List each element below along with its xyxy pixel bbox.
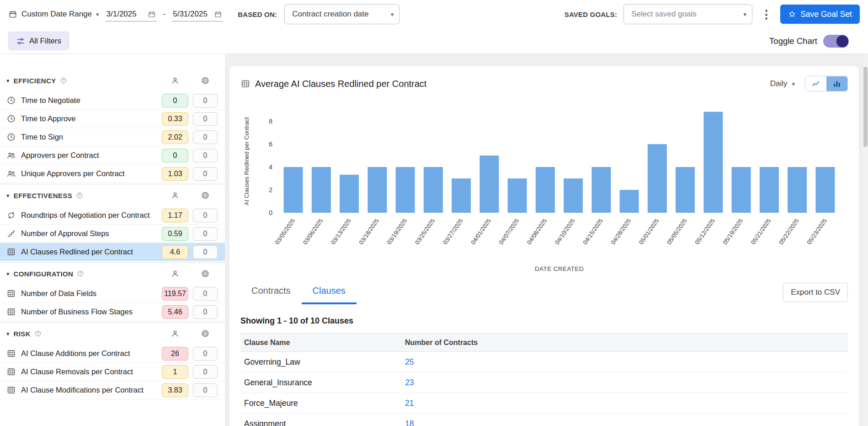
metric-value-badge: 0: [162, 149, 188, 162]
metric-row[interactable]: Number of Data Fields119.570: [0, 285, 225, 303]
bar[interactable]: [676, 167, 695, 213]
metric-goal-badge[interactable]: 0: [193, 167, 218, 181]
bar[interactable]: [284, 167, 303, 213]
section-header-effectiveness[interactable]: ▾EFFECTIVENESS: [0, 184, 225, 206]
metric-goal-badge[interactable]: 0: [193, 383, 218, 397]
metric-goal-badge[interactable]: 0: [193, 209, 218, 222]
section-title: EFFICIENCY: [14, 77, 56, 85]
metric-row[interactable]: Time to Approve0.330: [0, 110, 225, 128]
chevron-down-icon: ▾: [391, 11, 394, 17]
metric-goal-badge[interactable]: 0: [193, 365, 218, 379]
y-tick-label: 2: [269, 186, 272, 194]
section-header-efficiency[interactable]: ▾EFFICIENCY: [0, 70, 225, 92]
metric-goal-badge[interactable]: 0: [193, 305, 218, 319]
y-axis-title: AI Clauses Redlined per Contract: [243, 117, 250, 205]
metric-goal-badge[interactable]: 0: [193, 149, 218, 162]
metric-goal-badge[interactable]: 0: [193, 94, 218, 108]
metric-row[interactable]: Time to Sign2.020: [0, 128, 225, 146]
start-date-input[interactable]: 3/1/2025: [106, 7, 157, 22]
metric-row[interactable]: Number of Approval Steps0.590: [0, 225, 225, 243]
bar[interactable]: [591, 167, 611, 213]
help-icon[interactable]: [77, 270, 84, 277]
bar[interactable]: [312, 167, 331, 213]
contract-count-link[interactable]: 23: [405, 378, 414, 387]
save-goal-set-button[interactable]: Save Goal Set: [780, 5, 860, 24]
people-icon: [6, 151, 16, 160]
metric-row[interactable]: AI Clause Removals per Contract10: [0, 363, 225, 381]
based-on-select[interactable]: Contract creation date ▾: [284, 4, 399, 24]
bar[interactable]: [367, 167, 387, 213]
metric-goal-badge[interactable]: 0: [193, 112, 218, 126]
metric-row[interactable]: AI Clause Additions per Contract260: [0, 345, 225, 363]
bar[interactable]: [508, 178, 527, 213]
metric-row[interactable]: Roundtrips of Negotiation per Contract1.…: [0, 206, 225, 225]
bar[interactable]: [452, 178, 471, 213]
bar[interactable]: [620, 190, 639, 213]
metric-label: AI Clause Modifications per Contract: [21, 386, 162, 394]
contract-count-link[interactable]: 25: [405, 357, 414, 367]
saved-goals-select[interactable]: Select saved goals ▾: [623, 4, 752, 24]
section-title: RISK: [14, 330, 31, 338]
x-tick-label: 04/07/2025: [497, 217, 520, 246]
metric-row[interactable]: AI Clauses Redlined per Contract4.60: [0, 243, 225, 261]
scrollbar-thumb[interactable]: [863, 67, 868, 147]
metric-row[interactable]: Number of Business Flow Stages5.460: [0, 303, 225, 321]
metric-value-badge: 1.03: [162, 167, 188, 181]
section-title: EFFECTIVENESS: [14, 192, 73, 200]
help-icon[interactable]: [34, 330, 42, 337]
metric-goal-badge[interactable]: 0: [193, 287, 218, 301]
x-tick-label: 04/08/2025: [526, 217, 548, 246]
clauses-table: Clause Name Number of Contracts Governin…: [240, 333, 848, 426]
end-date-input[interactable]: 5/31/2025: [172, 7, 223, 22]
tab-contracts[interactable]: Contracts: [240, 282, 302, 302]
calendar-icon[interactable]: [214, 10, 222, 18]
bar[interactable]: [340, 175, 359, 213]
chevron-down-icon: ▾: [792, 81, 795, 87]
metric-goal-badge[interactable]: 0: [193, 245, 218, 259]
bar[interactable]: [788, 167, 807, 213]
toggle-chart-switch[interactable]: [823, 35, 849, 48]
metric-row[interactable]: Approvers per Contract00: [0, 146, 225, 165]
contract-count-link[interactable]: 21: [405, 399, 414, 408]
people-icon: [6, 169, 16, 178]
contract-count-link[interactable]: 18: [405, 419, 414, 426]
metric-goal-badge[interactable]: 0: [193, 227, 218, 241]
calendar-icon[interactable]: [148, 10, 156, 18]
bar-chart-button[interactable]: [826, 76, 847, 91]
metric-row[interactable]: Unique Approvers per Contract1.030: [0, 165, 225, 183]
metric-goal-badge[interactable]: 0: [193, 347, 218, 361]
bar[interactable]: [815, 167, 835, 213]
more-options-button[interactable]: ⋮: [759, 9, 774, 20]
all-filters-button[interactable]: All Filters: [8, 32, 69, 50]
section-header-configuration[interactable]: ▾CONFIGURATION: [0, 263, 225, 285]
metric-row[interactable]: Time to Negotiate00: [0, 92, 225, 110]
table-row: Force_Majeure21: [240, 393, 848, 414]
help-icon[interactable]: [76, 192, 83, 199]
section-header-risk[interactable]: ▾RISK: [0, 323, 225, 345]
bar[interactable]: [760, 167, 779, 213]
bar[interactable]: [424, 167, 443, 213]
steps-icon: [6, 229, 16, 238]
bar[interactable]: [648, 144, 667, 213]
bar[interactable]: [396, 167, 415, 213]
interval-select[interactable]: Daily ▾: [770, 79, 795, 88]
saved-goals-label: SAVED GOALS:: [564, 11, 617, 18]
help-icon[interactable]: [60, 77, 67, 84]
bar[interactable]: [564, 178, 583, 213]
clause-name-cell: Force_Majeure: [240, 393, 401, 414]
bar[interactable]: [703, 112, 723, 213]
export-csv-button[interactable]: Export to CSV: [783, 283, 848, 302]
filter-icon: [16, 37, 25, 46]
toggle-chart-label: Toggle Chart: [769, 36, 817, 46]
date-range-selector[interactable]: Custom Date Range ▾: [8, 10, 99, 19]
metric-row[interactable]: AI Clause Modifications per Contract3.83…: [0, 381, 225, 399]
scrollbar[interactable]: [863, 54, 868, 426]
chevron-down-icon: ▾: [6, 192, 10, 199]
y-tick-label: 6: [269, 140, 272, 148]
metric-goal-badge[interactable]: 0: [193, 130, 218, 144]
bar[interactable]: [479, 156, 499, 213]
line-chart-button[interactable]: [805, 76, 826, 91]
bar[interactable]: [732, 167, 751, 213]
tab-clauses[interactable]: Clauses: [302, 282, 357, 304]
bar[interactable]: [536, 167, 555, 213]
